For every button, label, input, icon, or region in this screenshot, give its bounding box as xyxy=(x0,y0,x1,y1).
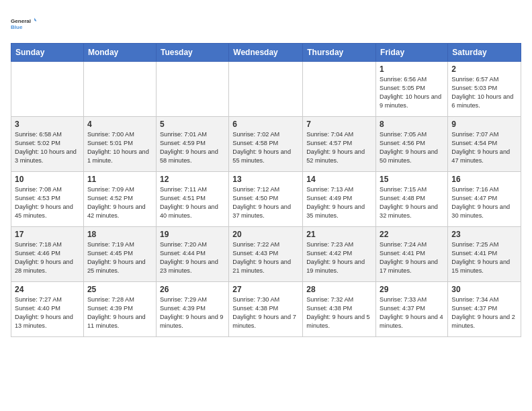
header: General Blue xyxy=(11,11,521,36)
day-number: 10 xyxy=(15,175,80,184)
calendar-cell: 19Sunrise: 7:20 AM Sunset: 4:44 PM Dayli… xyxy=(156,227,228,282)
col-header-wednesday: Wednesday xyxy=(229,44,303,62)
day-number: 22 xyxy=(380,230,444,239)
day-info: Sunrise: 6:58 AM Sunset: 5:02 PM Dayligh… xyxy=(15,130,80,165)
calendar-cell: 30Sunrise: 7:34 AM Sunset: 4:37 PM Dayli… xyxy=(448,282,521,337)
col-header-saturday: Saturday xyxy=(448,44,521,62)
day-number: 12 xyxy=(160,175,225,184)
day-number: 18 xyxy=(87,230,152,239)
calendar-cell: 13Sunrise: 7:12 AM Sunset: 4:50 PM Dayli… xyxy=(229,172,303,227)
day-number: 21 xyxy=(306,230,372,239)
day-info: Sunrise: 7:11 AM Sunset: 4:51 PM Dayligh… xyxy=(160,185,225,220)
svg-text:General: General xyxy=(11,18,31,24)
calendar-cell: 28Sunrise: 7:32 AM Sunset: 4:38 PM Dayli… xyxy=(303,282,376,337)
day-number: 24 xyxy=(15,285,80,294)
day-info: Sunrise: 7:22 AM Sunset: 4:43 PM Dayligh… xyxy=(232,240,299,275)
calendar-cell: 17Sunrise: 7:18 AM Sunset: 4:46 PM Dayli… xyxy=(11,227,84,282)
calendar-cell: 18Sunrise: 7:19 AM Sunset: 4:45 PM Dayli… xyxy=(83,227,156,282)
day-info: Sunrise: 6:56 AM Sunset: 5:05 PM Dayligh… xyxy=(380,75,444,110)
day-info: Sunrise: 7:07 AM Sunset: 4:54 PM Dayligh… xyxy=(451,130,517,165)
day-number: 17 xyxy=(15,230,80,239)
calendar-cell: 24Sunrise: 7:27 AM Sunset: 4:40 PM Dayli… xyxy=(11,282,84,337)
day-number: 1 xyxy=(380,64,444,74)
day-info: Sunrise: 7:12 AM Sunset: 4:50 PM Dayligh… xyxy=(232,185,299,220)
col-header-monday: Monday xyxy=(83,44,156,62)
calendar-cell: 2Sunrise: 6:57 AM Sunset: 5:03 PM Daylig… xyxy=(448,62,521,117)
day-info: Sunrise: 7:00 AM Sunset: 5:01 PM Dayligh… xyxy=(87,130,152,165)
day-info: Sunrise: 7:19 AM Sunset: 4:45 PM Dayligh… xyxy=(87,240,152,275)
day-info: Sunrise: 7:18 AM Sunset: 4:46 PM Dayligh… xyxy=(15,240,80,275)
day-info: Sunrise: 7:04 AM Sunset: 4:57 PM Dayligh… xyxy=(306,130,372,165)
col-header-tuesday: Tuesday xyxy=(156,44,228,62)
day-number: 23 xyxy=(451,230,517,239)
calendar-cell: 14Sunrise: 7:13 AM Sunset: 4:49 PM Dayli… xyxy=(303,172,376,227)
calendar-cell: 10Sunrise: 7:08 AM Sunset: 4:53 PM Dayli… xyxy=(11,172,84,227)
calendar-cell: 22Sunrise: 7:24 AM Sunset: 4:41 PM Dayli… xyxy=(376,227,448,282)
day-info: Sunrise: 7:24 AM Sunset: 4:41 PM Dayligh… xyxy=(380,240,444,275)
week-row-5: 24Sunrise: 7:27 AM Sunset: 4:40 PM Dayli… xyxy=(11,282,521,337)
day-info: Sunrise: 7:30 AM Sunset: 4:38 PM Dayligh… xyxy=(232,295,299,330)
day-info: Sunrise: 7:25 AM Sunset: 4:41 PM Dayligh… xyxy=(451,240,517,275)
day-number: 11 xyxy=(87,175,152,184)
svg-text:Blue: Blue xyxy=(11,24,23,30)
day-info: Sunrise: 7:34 AM Sunset: 4:37 PM Dayligh… xyxy=(451,295,517,330)
day-number: 5 xyxy=(160,120,225,129)
week-row-1: 1Sunrise: 6:56 AM Sunset: 5:05 PM Daylig… xyxy=(11,62,521,117)
calendar-cell xyxy=(11,62,84,117)
day-number: 16 xyxy=(451,175,517,184)
week-row-3: 10Sunrise: 7:08 AM Sunset: 4:53 PM Dayli… xyxy=(11,172,521,227)
day-number: 9 xyxy=(451,120,517,129)
calendar-cell: 15Sunrise: 7:15 AM Sunset: 4:48 PM Dayli… xyxy=(376,172,448,227)
day-number: 7 xyxy=(306,120,372,129)
day-info: Sunrise: 7:02 AM Sunset: 4:58 PM Dayligh… xyxy=(232,130,299,165)
day-number: 30 xyxy=(451,285,517,294)
calendar-cell: 4Sunrise: 7:00 AM Sunset: 5:01 PM Daylig… xyxy=(83,117,156,172)
day-info: Sunrise: 7:13 AM Sunset: 4:49 PM Dayligh… xyxy=(306,185,372,220)
calendar-cell: 20Sunrise: 7:22 AM Sunset: 4:43 PM Dayli… xyxy=(229,227,303,282)
day-number: 28 xyxy=(306,285,372,294)
calendar-cell: 27Sunrise: 7:30 AM Sunset: 4:38 PM Dayli… xyxy=(229,282,303,337)
day-info: Sunrise: 6:57 AM Sunset: 5:03 PM Dayligh… xyxy=(451,75,517,110)
calendar-cell: 11Sunrise: 7:09 AM Sunset: 4:52 PM Dayli… xyxy=(83,172,156,227)
logo: General Blue xyxy=(11,11,36,36)
calendar-cell: 8Sunrise: 7:05 AM Sunset: 4:56 PM Daylig… xyxy=(376,117,448,172)
calendar-cell: 6Sunrise: 7:02 AM Sunset: 4:58 PM Daylig… xyxy=(229,117,303,172)
day-info: Sunrise: 7:32 AM Sunset: 4:38 PM Dayligh… xyxy=(306,295,372,330)
day-info: Sunrise: 7:27 AM Sunset: 4:40 PM Dayligh… xyxy=(15,295,80,330)
svg-marker-2 xyxy=(34,17,36,22)
day-number: 19 xyxy=(160,230,225,239)
calendar-cell xyxy=(303,62,376,117)
week-row-2: 3Sunrise: 6:58 AM Sunset: 5:02 PM Daylig… xyxy=(11,117,521,172)
day-number: 29 xyxy=(380,285,444,294)
calendar-cell: 23Sunrise: 7:25 AM Sunset: 4:41 PM Dayli… xyxy=(448,227,521,282)
col-header-friday: Friday xyxy=(376,44,448,62)
day-number: 2 xyxy=(451,64,517,74)
calendar-cell: 9Sunrise: 7:07 AM Sunset: 4:54 PM Daylig… xyxy=(448,117,521,172)
day-info: Sunrise: 7:28 AM Sunset: 4:39 PM Dayligh… xyxy=(87,295,152,330)
calendar-table: SundayMondayTuesdayWednesdayThursdayFrid… xyxy=(11,43,521,337)
calendar-cell: 21Sunrise: 7:23 AM Sunset: 4:42 PM Dayli… xyxy=(303,227,376,282)
calendar-cell: 12Sunrise: 7:11 AM Sunset: 4:51 PM Dayli… xyxy=(156,172,228,227)
calendar-cell xyxy=(229,62,303,117)
day-info: Sunrise: 7:05 AM Sunset: 4:56 PM Dayligh… xyxy=(380,130,444,165)
day-number: 26 xyxy=(160,285,225,294)
day-number: 6 xyxy=(232,120,299,129)
header-row: SundayMondayTuesdayWednesdayThursdayFrid… xyxy=(11,44,521,62)
day-number: 13 xyxy=(232,175,299,184)
day-number: 8 xyxy=(380,120,444,129)
day-number: 14 xyxy=(306,175,372,184)
calendar-cell: 5Sunrise: 7:01 AM Sunset: 4:59 PM Daylig… xyxy=(156,117,228,172)
day-info: Sunrise: 7:01 AM Sunset: 4:59 PM Dayligh… xyxy=(160,130,225,165)
calendar-cell: 29Sunrise: 7:33 AM Sunset: 4:37 PM Dayli… xyxy=(376,282,448,337)
col-header-sunday: Sunday xyxy=(11,44,84,62)
day-number: 27 xyxy=(232,285,299,294)
day-number: 25 xyxy=(87,285,152,294)
day-info: Sunrise: 7:08 AM Sunset: 4:53 PM Dayligh… xyxy=(15,185,80,220)
day-info: Sunrise: 7:09 AM Sunset: 4:52 PM Dayligh… xyxy=(87,185,152,220)
logo-svg: General Blue xyxy=(11,11,36,36)
calendar-cell xyxy=(156,62,228,117)
day-info: Sunrise: 7:29 AM Sunset: 4:39 PM Dayligh… xyxy=(160,295,225,330)
calendar-cell: 26Sunrise: 7:29 AM Sunset: 4:39 PM Dayli… xyxy=(156,282,228,337)
calendar-cell: 1Sunrise: 6:56 AM Sunset: 5:05 PM Daylig… xyxy=(376,62,448,117)
calendar-cell xyxy=(83,62,156,117)
